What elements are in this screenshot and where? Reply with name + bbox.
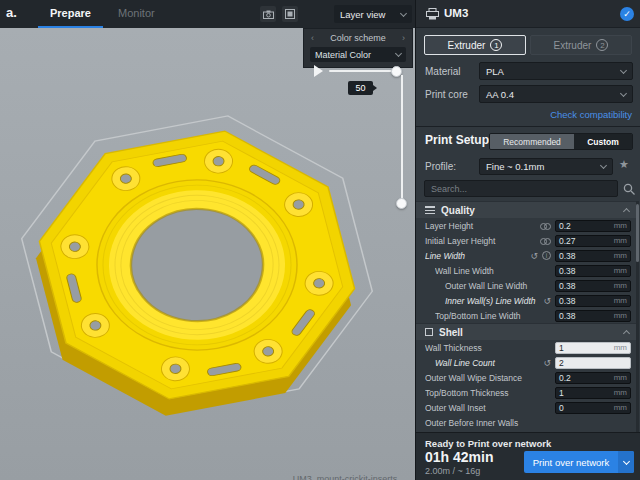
layer-slider-track[interactable]: [401, 75, 403, 203]
setting-unit: mm: [614, 373, 627, 382]
setting-row-outer-before-inner-walls: Outer Before Inner Walls: [416, 415, 637, 430]
simulation-play-button[interactable]: [314, 65, 323, 77]
print-time-estimate: 01h 42min: [425, 449, 493, 465]
chevron-down-icon: [620, 89, 627, 96]
setting-value-field[interactable]: 0mm: [555, 402, 631, 414]
setting-value-field[interactable]: 0.27mm: [555, 235, 631, 247]
setting-label: Outer Before Inner Walls: [425, 418, 631, 428]
info-icon: i: [542, 251, 551, 260]
setting-unit: mm: [614, 281, 627, 290]
setting-row-line-width: Line Width↺i0.38mm: [416, 248, 637, 263]
extruder-number-badge: 2: [596, 39, 608, 51]
print-core-dropdown[interactable]: AA 0.4: [479, 85, 633, 103]
tab-prepare[interactable]: Prepare: [38, 0, 103, 28]
tab-monitor[interactable]: Monitor: [106, 0, 167, 28]
profile-star-icon[interactable]: ★: [619, 158, 629, 171]
setting-row-outer-wall-line-width: Outer Wall Line Width0.38mm: [416, 278, 637, 293]
print-setup-title: Print Setup: [425, 133, 489, 147]
material-value: PLA: [486, 66, 504, 77]
search-button[interactable]: [623, 182, 637, 196]
profile-label: Profile:: [425, 161, 456, 172]
setting-value: 1: [559, 388, 614, 398]
setting-label: Outer Wall Inset: [425, 403, 555, 413]
setting-row-top-bottom-thickness: Top/Bottom Thickness1mm: [416, 385, 637, 400]
setting-value-field[interactable]: 0.38mm: [555, 310, 631, 322]
setting-label: Layer Height: [425, 221, 540, 231]
settings-category-quality[interactable]: Quality: [416, 201, 637, 218]
quality-icon: [425, 206, 435, 214]
setting-unit: mm: [614, 403, 627, 412]
chevron-down-icon: [600, 162, 607, 169]
panel-footer: Ready to Print over network 01h 42min 2.…: [416, 432, 640, 480]
setting-value-field[interactable]: 1mm: [555, 342, 631, 354]
link-icon: [540, 222, 551, 229]
setting-unit: mm: [614, 296, 627, 305]
print-button-dropdown[interactable]: [618, 451, 634, 473]
chevron-down-icon: [620, 66, 627, 73]
print-button-label: Print over network: [524, 457, 618, 468]
setting-label: Initial Layer Height: [425, 236, 540, 246]
printer-selector[interactable]: UM3 ✓: [416, 0, 640, 28]
extruder-label: Extruder: [448, 40, 486, 51]
revert-icon[interactable]: ↺: [543, 296, 551, 306]
profile-dropdown[interactable]: Fine ~ 0.1mm: [479, 158, 613, 175]
scrollbar-thumb[interactable]: [636, 204, 639, 262]
link-icon: [540, 237, 551, 244]
setting-label: Outer Wall Wipe Distance: [425, 373, 555, 383]
check-compatibility-link[interactable]: Check compatibility: [550, 109, 632, 120]
chevron-down-icon: [400, 9, 407, 16]
setting-label: Wall Thickness: [425, 343, 555, 353]
setting-value: 0: [559, 403, 614, 413]
layer-number-badge: 50: [348, 81, 373, 95]
settings-scrollbar[interactable]: [636, 201, 639, 432]
printer-name: UM3: [444, 7, 468, 19]
setting-value: 0.27: [559, 236, 614, 246]
setting-row-inner-wall-s-line-width: Inner Wall(s) Line Width↺0.38mm: [416, 293, 637, 308]
setting-unit: mm: [614, 388, 627, 397]
setting-value-field[interactable]: 0.38mm: [555, 265, 631, 277]
setting-label: Wall Line Count: [435, 358, 543, 368]
search-input[interactable]: [424, 180, 618, 197]
extruder-tabs: Extruder 1 Extruder 2: [424, 35, 632, 55]
model-render[interactable]: [0, 28, 415, 480]
setting-value-field[interactable]: 0.38mm: [555, 280, 631, 292]
simulation-slider-track[interactable]: [329, 70, 395, 72]
setting-value: 0.2: [559, 221, 614, 231]
layer-slider-bottom-handle[interactable]: [396, 198, 407, 209]
profile-value: Fine ~ 0.1mm: [486, 161, 544, 172]
mode-custom-button[interactable]: Custom: [574, 134, 632, 149]
chevron-right-icon[interactable]: ›: [402, 33, 405, 43]
setting-value-field[interactable]: 0.38mm: [555, 295, 631, 307]
setting-value: 0.38: [559, 251, 614, 261]
expand-view-button[interactable]: [282, 6, 298, 22]
setting-value-field[interactable]: 0.38mm: [555, 250, 631, 262]
material-dropdown[interactable]: PLA: [479, 62, 633, 80]
material-label: Material: [425, 66, 461, 77]
mode-recommended-button[interactable]: Recommended: [490, 134, 574, 149]
snapshot-button[interactable]: [260, 6, 276, 22]
tab-extruder-1[interactable]: Extruder 1: [424, 35, 526, 55]
setting-value: 0.38: [559, 311, 614, 321]
setting-value-field[interactable]: 0.2mm: [555, 220, 631, 232]
color-scheme-dropdown[interactable]: Material Color: [310, 47, 406, 62]
setting-value: 0.38: [559, 296, 614, 306]
tab-extruder-2[interactable]: Extruder 2: [530, 35, 632, 55]
divider: [416, 126, 640, 127]
search-icon: [623, 183, 636, 196]
model-3d: [0, 90, 403, 442]
setting-row-outer-wall-wipe-distance: Outer Wall Wipe Distance0.2mm: [416, 370, 637, 385]
view-mode-value: Layer view: [340, 9, 385, 20]
setting-value-field[interactable]: 0.2mm: [555, 372, 631, 384]
settings-category-shell[interactable]: Shell: [416, 323, 637, 340]
view-mode-dropdown[interactable]: Layer view: [334, 5, 412, 23]
extruder-label: Extruder: [554, 40, 592, 51]
print-over-network-button[interactable]: Print over network: [524, 451, 634, 473]
revert-icon[interactable]: ↺: [543, 358, 551, 368]
print-core-label: Print core: [425, 89, 468, 100]
setting-unit: mm: [614, 251, 627, 260]
revert-icon[interactable]: ↺: [530, 251, 538, 261]
setting-value: 1: [559, 343, 614, 353]
setting-value-field[interactable]: 1mm: [555, 387, 631, 399]
setting-value-field[interactable]: 2: [555, 357, 631, 369]
viewport-3d[interactable]: UM3_mount-crickit-inserts 92.0 x 92.0 x …: [0, 28, 415, 480]
